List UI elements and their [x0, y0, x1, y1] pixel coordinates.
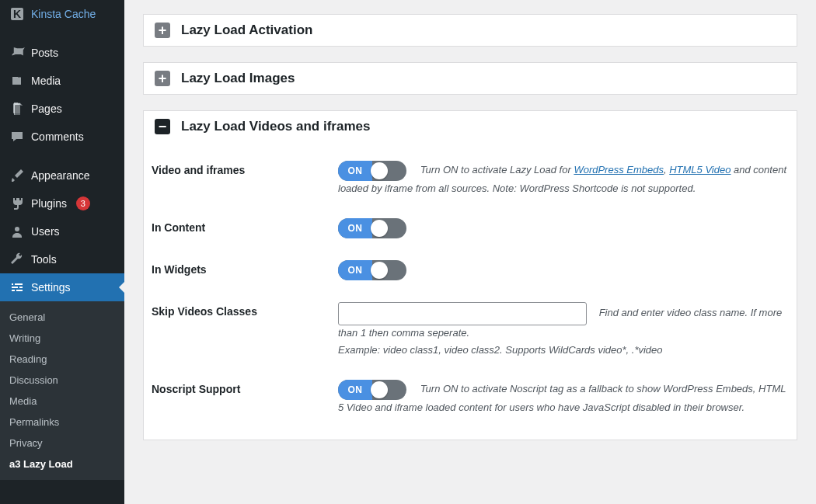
sidebar-item-kinsta-cache[interactable]: K Kinsta Cache: [0, 0, 124, 28]
sidebar-item-label: Appearance: [31, 169, 90, 182]
plug-icon: [9, 196, 25, 211]
link-wordpress-embeds[interactable]: WordPress Embeds: [574, 164, 664, 176]
panel-toggle-images[interactable]: + Lazy Load Images: [144, 63, 797, 94]
pin-icon: [9, 45, 25, 61]
comment-icon: [9, 129, 25, 144]
switch-on-label: ON: [338, 260, 372, 280]
user-icon: [9, 224, 25, 239]
toggle-in-content[interactable]: ON: [338, 218, 406, 238]
link-html5-video[interactable]: HTML5 Video: [669, 164, 731, 176]
pages-icon: [9, 101, 25, 116]
switch-on-label: ON: [338, 380, 372, 400]
admin-sidebar: K Kinsta Cache Posts Media Pages Comment…: [0, 0, 124, 504]
svg-rect-3: [15, 105, 22, 115]
field-label: Noscript Support: [152, 380, 338, 395]
row-in-widgets: In Widgets ON: [152, 246, 789, 288]
sidebar-item-label: Pages: [31, 103, 62, 115]
submenu-general[interactable]: General: [0, 307, 124, 328]
expand-icon: +: [155, 71, 170, 86]
menu-separator: [0, 151, 124, 162]
sidebar-item-label: Posts: [31, 47, 58, 59]
submenu-a3-lazy-load[interactable]: a3 Lazy Load: [0, 454, 124, 474]
sidebar-item-label: Comments: [31, 130, 84, 143]
switch-knob: [371, 162, 388, 179]
panel-toggle-videos[interactable]: − Lazy Load Videos and iframes: [144, 111, 797, 142]
submenu-media[interactable]: Media: [0, 391, 124, 412]
field-example: Example: video class1, video class2. Sup…: [338, 342, 789, 358]
kinsta-icon: K: [9, 6, 25, 22]
panel-lazy-load-videos-iframes: − Lazy Load Videos and iframes Video and…: [143, 110, 797, 440]
svg-text:K: K: [13, 8, 21, 20]
toggle-in-widgets[interactable]: ON: [338, 260, 406, 280]
plugins-update-badge: 3: [76, 196, 90, 210]
sidebar-item-label: Settings: [31, 281, 71, 294]
field-label: In Widgets: [152, 260, 338, 276]
collapse-icon: −: [155, 119, 170, 134]
row-skip-videos-classes: Skip Videos Classes Find and enter video…: [152, 288, 789, 366]
field-label: Skip Videos Classes: [152, 302, 338, 318]
field-label: Video and iframes: [152, 161, 338, 176]
row-noscript-support: Noscript Support ON Turn ON to activate …: [152, 366, 789, 423]
settings-submenu: General Writing Reading Discussion Media…: [0, 301, 124, 480]
panel-body-videos: Video and iframes ON Turn ON to activate…: [144, 142, 797, 440]
sliders-icon: [9, 280, 25, 295]
sidebar-item-label: Plugins: [31, 197, 67, 210]
sidebar-item-plugins[interactable]: Plugins 3: [0, 189, 124, 217]
panel-lazy-load-activation: + Lazy Load Activation: [143, 14, 797, 47]
expand-icon: +: [155, 23, 170, 38]
toggle-noscript-support[interactable]: ON: [338, 380, 406, 400]
submenu-privacy[interactable]: Privacy: [0, 433, 124, 454]
switch-knob: [371, 262, 388, 279]
sidebar-item-posts[interactable]: Posts: [0, 39, 124, 67]
brush-icon: [9, 168, 25, 183]
switch-on-label: ON: [338, 161, 372, 181]
panel-title: Lazy Load Videos and iframes: [181, 119, 370, 134]
switch-knob: [371, 220, 388, 237]
submenu-discussion[interactable]: Discussion: [0, 370, 124, 391]
sidebar-item-label: Media: [31, 75, 61, 87]
svg-point-4: [15, 227, 19, 231]
switch-knob: [371, 381, 388, 398]
sidebar-item-label: Users: [31, 225, 60, 238]
row-in-content: In Content ON: [152, 204, 789, 246]
panel-toggle-activation[interactable]: + Lazy Load Activation: [144, 15, 797, 46]
sidebar-item-label: Tools: [31, 253, 57, 266]
sidebar-item-tools[interactable]: Tools: [0, 245, 124, 273]
settings-content: + Lazy Load Activation + Lazy Load Image…: [124, 0, 816, 504]
panel-lazy-load-images: + Lazy Load Images: [143, 62, 797, 95]
sidebar-item-label: Kinsta Cache: [31, 8, 96, 20]
row-video-and-iframes: Video and iframes ON Turn ON to activate…: [152, 147, 789, 204]
skip-videos-classes-input[interactable]: [338, 302, 587, 325]
sidebar-item-comments[interactable]: Comments: [0, 123, 124, 151]
sidebar-item-appearance[interactable]: Appearance: [0, 162, 124, 189]
switch-on-label: ON: [338, 218, 372, 238]
submenu-permalinks[interactable]: Permalinks: [0, 412, 124, 433]
panel-title: Lazy Load Images: [181, 71, 295, 86]
panel-title: Lazy Load Activation: [181, 23, 312, 38]
sidebar-item-media[interactable]: Media: [0, 67, 124, 95]
submenu-reading[interactable]: Reading: [0, 349, 124, 370]
toggle-video-and-iframes[interactable]: ON: [338, 161, 406, 181]
field-label: In Content: [152, 218, 338, 234]
sidebar-item-pages[interactable]: Pages: [0, 95, 124, 123]
menu-separator: [0, 28, 124, 39]
sidebar-item-settings[interactable]: Settings: [0, 273, 124, 301]
submenu-writing[interactable]: Writing: [0, 328, 124, 349]
wrench-icon: [9, 252, 25, 267]
media-icon: [9, 73, 25, 89]
sidebar-item-users[interactable]: Users: [0, 217, 124, 245]
